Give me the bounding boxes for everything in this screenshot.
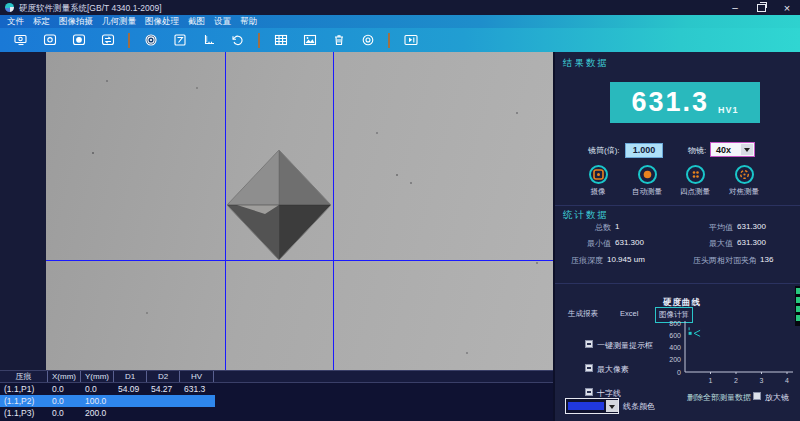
table-cell: 0.0 [81, 384, 114, 394]
svg-text:600: 600 [669, 332, 681, 339]
menu-item-6[interactable]: 设置 [214, 16, 231, 28]
column-header-1[interactable]: X(mm) [48, 371, 81, 382]
svg-text:3: 3 [760, 377, 764, 384]
table-cell: 631.3 [180, 384, 214, 394]
snapshot-icon [72, 34, 86, 46]
magnifier-label: 放大镜 [765, 392, 789, 403]
column-header-5[interactable]: HV [180, 371, 214, 382]
toolbar-button-calibration[interactable] [167, 30, 192, 50]
menu-item-7[interactable]: 帮助 [240, 16, 257, 28]
measure-button-camera-capture[interactable]: 摄像 [572, 165, 624, 197]
table-row[interactable]: (1.1,P1)0.00.054.0954.27631.3 [0, 383, 553, 395]
option-button-0[interactable]: 生成报表 [565, 307, 601, 321]
menu-item-4[interactable]: 图像处理 [145, 16, 179, 28]
export-icon [404, 34, 418, 46]
svg-text:400: 400 [669, 344, 681, 351]
column-header-3[interactable]: D1 [114, 371, 147, 382]
svg-text:2: 2 [734, 377, 738, 384]
maximize-button[interactable] [752, 0, 770, 15]
toolbar-separator [388, 33, 390, 48]
svg-text:0: 0 [677, 369, 681, 376]
image-speck [92, 152, 94, 154]
menu-bar: 文件标定图像拍摄几何测量图像处理截图设置帮助 [0, 15, 800, 28]
column-header-2[interactable]: Y(mm) [81, 371, 114, 382]
microscope-image[interactable] [46, 52, 553, 370]
objective-select[interactable]: 40x [710, 142, 755, 157]
line-color-label: 线条颜色 [623, 401, 655, 412]
table-cell: (1.1,P3) [0, 408, 48, 418]
divider [555, 283, 800, 284]
stat-label: 平均值 [673, 222, 733, 233]
menu-item-2[interactable]: 图像拍摄 [59, 16, 93, 28]
toolbar-button-transfer[interactable] [95, 30, 120, 50]
undo-icon [231, 34, 245, 46]
table-cell: (1.1,P1) [0, 384, 48, 394]
measure-button-auto-measure[interactable]: 自动测量 [621, 165, 673, 197]
objective-value: 40x [716, 145, 731, 155]
line-color-combo[interactable] [565, 398, 619, 414]
divider [555, 205, 800, 206]
toolbar-button-image[interactable] [297, 30, 322, 50]
menu-item-5[interactable]: 截图 [188, 16, 205, 28]
toolbar-button-ruler[interactable] [196, 30, 221, 50]
line-color-swatch [568, 402, 604, 410]
checkbox-0[interactable] [585, 340, 593, 348]
hardness-value: 631.3 [631, 87, 709, 118]
column-header-0[interactable]: 压痕 [0, 371, 48, 382]
measure-button-focus-measure[interactable]: 对焦测量 [718, 165, 770, 197]
toolbar-button-undo[interactable] [225, 30, 250, 50]
chevron-down-icon[interactable] [606, 400, 618, 412]
measure-button-four-point[interactable]: 四点测量 [669, 165, 721, 197]
measure-line-vertical-right[interactable] [333, 52, 334, 370]
stat-value: 631.300 [615, 238, 644, 247]
table-row[interactable]: (1.1,P3)0.0200.0 [0, 407, 553, 419]
toolbar-button-camera-link[interactable] [8, 30, 33, 50]
toolbar-button-trash[interactable] [326, 30, 351, 50]
toolbar-button-grid[interactable] [268, 30, 293, 50]
checkbox-2[interactable] [585, 388, 593, 396]
toolbar [0, 28, 800, 52]
delete-all-button[interactable]: 删除全部测量数据 [687, 392, 751, 403]
toolbar-button-snapshot[interactable] [66, 30, 91, 50]
target-icon [144, 34, 158, 46]
focus-measure-icon [735, 165, 754, 184]
minimize-button[interactable]: – [726, 0, 744, 15]
app-window: 硬度软件测量系统[GB/T 4340.1-2009] – × 文件标定图像拍摄几… [0, 0, 800, 421]
measurement-table: 压痕X(mm)Y(mm)D1D2HV(1.1,P1)0.00.054.0954.… [0, 370, 553, 421]
chevron-down-icon[interactable] [741, 144, 753, 155]
checkbox-1[interactable] [585, 364, 593, 372]
stat-value: 631.300 [737, 222, 766, 231]
column-header-4[interactable]: D2 [147, 371, 180, 382]
grid-icon [274, 34, 288, 46]
svg-text:1: 1 [709, 377, 713, 384]
toolbar-button-export[interactable] [398, 30, 423, 50]
close-button[interactable]: × [778, 0, 796, 15]
transfer-icon [101, 34, 115, 46]
menu-item-1[interactable]: 标定 [33, 16, 50, 28]
results-header: 结果数据 [563, 57, 609, 70]
scrollbar[interactable] [795, 286, 800, 326]
magnifier-checkbox[interactable] [753, 392, 761, 400]
toolbar-separator [128, 33, 130, 48]
table-cell: 0.0 [48, 396, 81, 406]
menu-item-3[interactable]: 几何测量 [102, 16, 136, 28]
camera-capture-icon [589, 165, 608, 184]
table-row[interactable]: (1.1,P2)0.0100.0 [0, 395, 215, 407]
toolbar-button-camera[interactable] [37, 30, 62, 50]
measure-line-horizontal[interactable] [46, 260, 553, 261]
table-cell: 54.27 [147, 384, 180, 394]
stat-value: 136 [760, 255, 773, 264]
maximize-icon [757, 4, 766, 12]
option-button-1[interactable]: Excel [617, 307, 641, 320]
toolbar-button-target[interactable] [138, 30, 163, 50]
hardness-result-display: 631.3 HV1 [610, 82, 760, 123]
svg-text:4: 4 [785, 377, 789, 384]
stat-label: 总数 [563, 222, 611, 233]
measure-line-vertical-left[interactable] [225, 52, 226, 370]
ruler-icon [202, 34, 216, 46]
title-bar: 硬度软件测量系统[GB/T 4340.1-2009] – × [0, 0, 800, 15]
menu-item-0[interactable]: 文件 [7, 16, 24, 28]
tube-magnification-input[interactable]: 1.000 [625, 143, 663, 158]
auto-measure-icon [638, 165, 657, 184]
toolbar-button-record[interactable] [355, 30, 380, 50]
